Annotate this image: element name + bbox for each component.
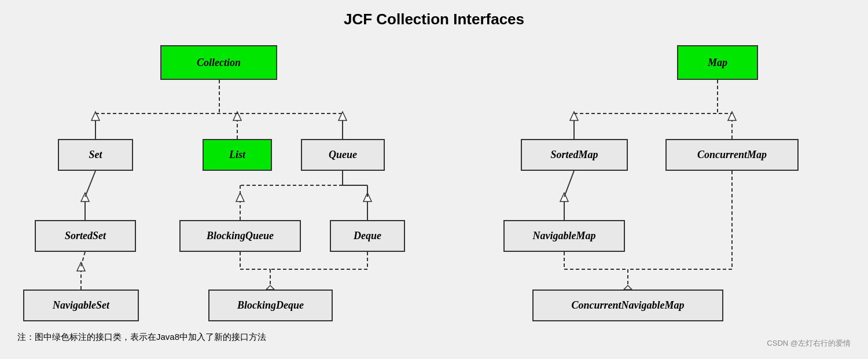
svg-marker-16 [236,193,244,202]
svg-marker-6 [339,112,347,120]
node-blocking-deque: BlockingDeque [208,290,333,321]
svg-marker-13 [77,262,85,271]
node-sorted-set: SortedSet [35,220,136,252]
node-queue: Queue [301,139,385,171]
svg-marker-2 [91,112,100,120]
svg-marker-44 [624,285,632,290]
svg-marker-4 [233,112,241,120]
note-text: 注：图中绿色标注的接口类，表示在Java8中加入了新的接口方法 [17,332,266,343]
svg-line-38 [564,171,574,197]
diagram-title: JCF Collection Interfaces [0,0,868,34]
node-blocking-queue: BlockingQueue [179,220,301,252]
diagram-container: JCF Collection Interfaces Collection Set… [0,0,868,359]
node-navigable-set: NavigableSet [23,290,139,321]
node-sorted-map: SortedMap [521,139,628,171]
node-set: Set [58,139,133,171]
node-list: List [203,139,272,171]
node-concurrent-map: ConcurrentMap [665,139,799,171]
svg-marker-37 [560,193,568,202]
node-collection: Collection [160,45,277,80]
node-concurrent-navigable-map: ConcurrentNavigableMap [532,290,723,321]
svg-marker-31 [570,112,578,120]
node-navigable-map: NavigableMap [503,220,625,252]
svg-marker-29 [266,285,274,290]
svg-line-14 [81,252,85,266]
svg-marker-10 [81,193,89,202]
svg-marker-33 [728,112,736,120]
svg-line-11 [85,171,95,197]
watermark: CSDN @左灯右行的爱情 [767,338,851,349]
node-map: Map [677,45,758,80]
node-deque: Deque [330,220,405,252]
svg-marker-21 [363,193,372,202]
